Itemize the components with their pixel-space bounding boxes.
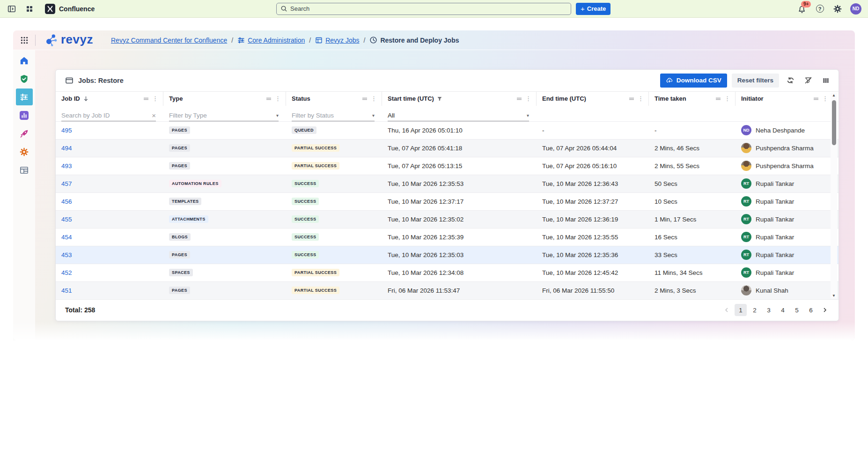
create-button[interactable]: + Create bbox=[576, 3, 611, 15]
end-time-cell: Tue, 07 Apr 2026 05:16:10 bbox=[537, 162, 649, 170]
download-csv-button[interactable]: Download CSV bbox=[660, 74, 727, 88]
column-drag-handle[interactable] bbox=[813, 96, 819, 102]
filter-funnel-icon[interactable] bbox=[437, 96, 442, 102]
job-id-link[interactable]: 455 bbox=[61, 216, 72, 223]
column-menu-icon[interactable]: ⋮ bbox=[723, 95, 731, 102]
app-switcher-icon[interactable] bbox=[24, 4, 35, 14]
job-id-link[interactable]: 456 bbox=[61, 198, 72, 205]
notifications-bell-icon[interactable]: 9+ bbox=[797, 4, 807, 14]
job-id-link[interactable]: 457 bbox=[61, 180, 72, 187]
breadcrumb-item: Restore and Deploy Jobs bbox=[369, 36, 459, 44]
column-menu-icon[interactable]: ⋮ bbox=[821, 95, 829, 102]
page-button-5[interactable]: 5 bbox=[791, 304, 803, 316]
sidebar-item-table-layout[interactable] bbox=[16, 162, 33, 178]
sidebar-item-sliders[interactable] bbox=[16, 89, 33, 105]
job-id-link[interactable]: 495 bbox=[61, 127, 72, 134]
start-time-cell: Tue, 10 Mar 2026 12:35:39 bbox=[382, 234, 537, 241]
scroll-up-icon[interactable]: ▲ bbox=[832, 93, 836, 98]
initiator-avatar: RT bbox=[741, 178, 751, 189]
breadcrumb-link[interactable]: Core Administration bbox=[248, 37, 305, 44]
column-label: End time (UTC) bbox=[542, 95, 586, 102]
card-title: Jobs: Restore bbox=[78, 77, 124, 84]
settings-gear-icon[interactable] bbox=[832, 4, 843, 14]
job-id-search-input[interactable] bbox=[61, 112, 150, 119]
job-id-link[interactable]: 494 bbox=[61, 145, 72, 152]
sidebar-item-gear[interactable] bbox=[16, 143, 33, 160]
time-taken-cell: 16 Secs bbox=[649, 234, 736, 241]
breadcrumb-link[interactable]: Revyz Jobs bbox=[325, 37, 359, 44]
next-page-button[interactable] bbox=[819, 304, 831, 316]
page-button-2[interactable]: 2 bbox=[749, 304, 761, 316]
apps-grid-icon[interactable] bbox=[13, 36, 35, 44]
column-menu-icon[interactable]: ⋮ bbox=[524, 95, 532, 102]
sidebar-item-shield-check[interactable] bbox=[16, 70, 33, 87]
filter-off-icon[interactable] bbox=[802, 74, 815, 87]
sidebar-toggle-icon[interactable] bbox=[7, 4, 17, 14]
breadcrumb-link[interactable]: Revyz Command Center for Confluence bbox=[111, 37, 227, 44]
initiator-name: Neha Deshpande bbox=[756, 127, 805, 134]
column-header-start-time-utc: Start time (UTC)⋮ bbox=[382, 92, 537, 106]
reset-filters-button[interactable]: Reset filters bbox=[732, 74, 779, 88]
initiator-name: Rupali Tankar bbox=[756, 180, 794, 187]
table-row: 457AUTOMATION RULESSUCCESSTue, 10 Mar 20… bbox=[56, 175, 839, 193]
time-taken-cell: 2 Mins, 55 Secs bbox=[649, 162, 736, 170]
column-menu-icon[interactable]: ⋮ bbox=[370, 95, 378, 102]
job-id-link[interactable]: 453 bbox=[61, 251, 72, 258]
breadcrumb-item: Revyz Command Center for Confluence bbox=[111, 37, 227, 44]
type-filter-select[interactable]: Filter by Type ▾ bbox=[169, 112, 279, 121]
type-badge: PAGES bbox=[169, 287, 190, 294]
column-drag-handle[interactable] bbox=[516, 96, 522, 102]
sort-desc-icon[interactable] bbox=[83, 96, 89, 102]
sidebar-item-rocket[interactable] bbox=[16, 125, 33, 142]
scrollbar-thumb[interactable] bbox=[832, 100, 836, 145]
history-icon bbox=[369, 36, 377, 44]
initiator-avatar bbox=[741, 285, 751, 295]
start-time-cell: Tue, 10 Mar 2026 12:35:53 bbox=[382, 180, 537, 187]
prev-page-button[interactable] bbox=[721, 304, 733, 316]
card-window-icon bbox=[65, 76, 74, 85]
column-menu-icon[interactable]: ⋮ bbox=[151, 95, 159, 102]
page-button-3[interactable]: 3 bbox=[763, 304, 775, 316]
column-drag-handle[interactable] bbox=[265, 96, 272, 102]
initiator-avatar: RT bbox=[741, 196, 751, 207]
column-drag-handle[interactable] bbox=[628, 96, 635, 102]
help-icon[interactable]: ? bbox=[815, 4, 825, 14]
status-badge: SUCCESS bbox=[292, 233, 319, 241]
start-time-cell: Tue, 10 Mar 2026 12:37:17 bbox=[382, 198, 537, 205]
type-badge: AUTOMATION RULES bbox=[169, 180, 221, 187]
time-taken-cell: 2 Mins, 3 Secs bbox=[649, 287, 736, 294]
page-button-1[interactable]: 1 bbox=[735, 304, 747, 316]
column-drag-handle[interactable] bbox=[361, 96, 368, 102]
global-search-input[interactable]: Search bbox=[276, 3, 571, 15]
page-button-6[interactable]: 6 bbox=[805, 304, 817, 316]
status-filter-select[interactable]: Filter by Status ▾ bbox=[292, 112, 375, 121]
initiator-cell: RTRupali Tankar bbox=[736, 232, 833, 242]
refresh-icon[interactable] bbox=[784, 74, 797, 87]
revyz-app-region: revyz Revyz Command Center for Confluenc… bbox=[13, 30, 855, 340]
job-id-link[interactable]: 451 bbox=[61, 287, 72, 294]
column-drag-handle[interactable] bbox=[715, 96, 721, 102]
job-id-link[interactable]: 493 bbox=[61, 162, 72, 170]
total-count: Total: 258 bbox=[65, 306, 95, 314]
job-id-link[interactable]: 454 bbox=[61, 234, 72, 241]
pagination: 123456 bbox=[721, 304, 831, 316]
job-id-link[interactable]: 452 bbox=[61, 269, 72, 276]
scroll-down-icon[interactable]: ▼ bbox=[832, 293, 836, 299]
start-time-cell: Fri, 06 Mar 2026 11:53:47 bbox=[382, 287, 537, 294]
sidebar-item-home[interactable] bbox=[16, 52, 33, 69]
column-menu-icon[interactable]: ⋮ bbox=[637, 95, 645, 102]
sidebar-item-bar-chart[interactable] bbox=[16, 107, 33, 124]
page-button-4[interactable]: 4 bbox=[777, 304, 789, 316]
column-settings-icon[interactable] bbox=[819, 74, 832, 87]
user-avatar[interactable]: ND bbox=[850, 3, 861, 15]
breadcrumb: Revyz Command Center for Confluence/Core… bbox=[111, 36, 459, 44]
clear-search-icon[interactable]: × bbox=[152, 112, 156, 119]
column-drag-handle[interactable] bbox=[143, 96, 149, 102]
start-time-filter-select[interactable]: All ▾ bbox=[388, 112, 529, 121]
column-menu-icon[interactable]: ⋮ bbox=[274, 95, 282, 102]
start-time-cell: Thu, 16 Apr 2026 05:01:10 bbox=[382, 127, 537, 134]
confluence-logo-icon bbox=[45, 4, 55, 14]
initiator-name: Pushpendra Sharma bbox=[756, 145, 814, 152]
column-header-job-id: Job ID⋮ bbox=[56, 92, 163, 106]
initiator-name: Rupali Tankar bbox=[756, 198, 794, 205]
